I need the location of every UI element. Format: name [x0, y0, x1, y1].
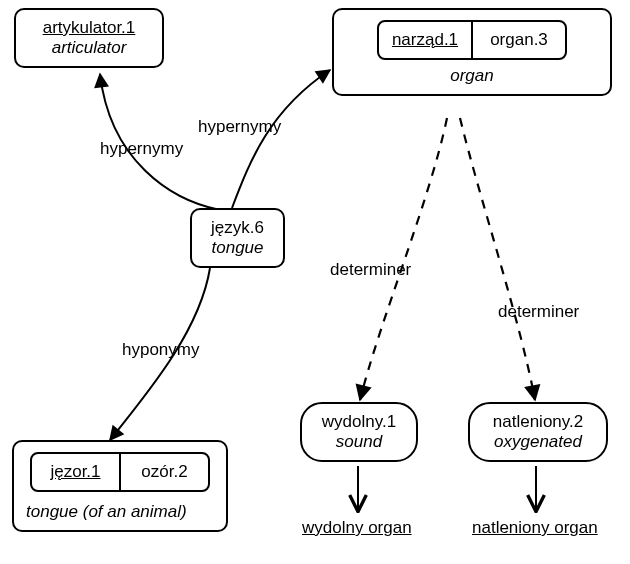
node-animal-tongue-synset: jęzor.1 ozór.2 [30, 452, 210, 492]
node-oxygenated: natleniony.2 oxygenated [468, 402, 608, 462]
phrase-oxygenated-organ: natleniony organ [472, 518, 598, 538]
node-animal-tongue-right: ozór.2 [121, 454, 208, 490]
node-organ-caption: organ [346, 66, 598, 86]
edge-determiner-oxygenated [460, 118, 535, 400]
node-animal-tongue-group: jęzor.1 ozór.2 tongue (of an animal) [12, 440, 228, 532]
label-hypernymy-articulator: hypernymy [100, 139, 183, 159]
label-hypernymy-organ: hypernymy [198, 117, 281, 137]
node-organ-synset: narząd.1 organ.3 [377, 20, 567, 60]
node-tongue-head-en: tongue [202, 238, 273, 258]
node-organ-right: organ.3 [473, 22, 565, 58]
node-oxygenated-head-en: oxygenated [480, 432, 596, 452]
node-tongue-head-pl: język.6 [202, 218, 273, 238]
node-sound-head-pl: wydolny.1 [312, 412, 406, 432]
node-tongue: język.6 tongue [190, 208, 285, 268]
edge-determiner-sound [360, 118, 447, 400]
label-determiner-sound: determiner [330, 260, 411, 280]
edge-hypernymy-organ [232, 70, 330, 208]
node-organ-group: narząd.1 organ.3 organ [332, 8, 612, 96]
node-sound-head-en: sound [312, 432, 406, 452]
node-animal-tongue-caption: tongue (of an animal) [26, 502, 214, 522]
node-articulator: artykulator.1 articulator [14, 8, 164, 68]
phrase-sound-organ: wydolny organ [302, 518, 412, 538]
node-articulator-head-pl: artykulator.1 [26, 18, 152, 38]
node-organ-left: narząd.1 [379, 22, 471, 58]
node-animal-tongue-left: jęzor.1 [32, 454, 119, 490]
label-determiner-oxygenated: determiner [498, 302, 579, 322]
node-articulator-head-en: articulator [26, 38, 152, 58]
label-hyponymy: hyponymy [122, 340, 199, 360]
node-oxygenated-head-pl: natleniony.2 [480, 412, 596, 432]
node-sound: wydolny.1 sound [300, 402, 418, 462]
